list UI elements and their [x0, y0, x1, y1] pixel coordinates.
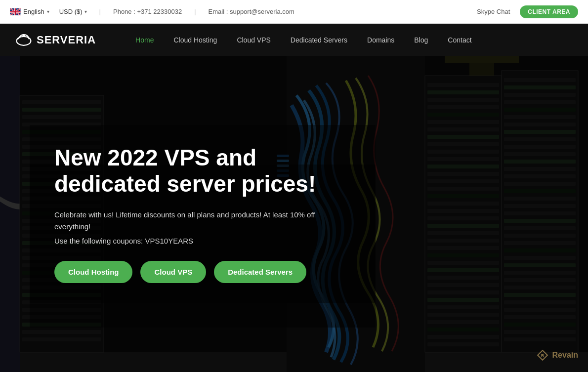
- logo-text: SERVERIA: [37, 34, 96, 46]
- svg-point-2: [22, 34, 25, 37]
- logo-icon: [15, 31, 33, 49]
- nav-link-cloud-hosting[interactable]: Cloud Hosting: [164, 24, 227, 56]
- nav-item-cloud-hosting[interactable]: Cloud Hosting: [164, 24, 227, 56]
- currency-dropdown-arrow: ▾: [84, 9, 87, 14]
- nav-item-blog[interactable]: Blog: [404, 24, 438, 56]
- email-info: Email : support@serveria.com: [209, 8, 294, 15]
- nav-link-home[interactable]: Home: [126, 24, 164, 56]
- hero-btn-cloud-vps[interactable]: Cloud VPS: [140, 261, 206, 283]
- currency-selector[interactable]: USD ($) ▾: [59, 8, 87, 15]
- nav-links: Home Cloud Hosting Cloud VPS Dedicated S…: [126, 24, 481, 56]
- nav-item-contact[interactable]: Contact: [438, 24, 481, 56]
- divider-2: |: [194, 8, 196, 15]
- nav-item-cloud-vps[interactable]: Cloud VPS: [227, 24, 280, 56]
- logo-link[interactable]: SERVERIA: [15, 31, 96, 49]
- svg-text:R: R: [541, 353, 544, 358]
- nav-link-blog[interactable]: Blog: [404, 24, 438, 56]
- currency-label: USD ($): [59, 8, 83, 15]
- flag-icon: [10, 8, 21, 15]
- nav-link-contact[interactable]: Contact: [438, 24, 481, 56]
- hero-section: 7: [0, 56, 588, 372]
- revain-watermark: R Revain: [536, 348, 578, 362]
- language-label: English: [23, 8, 44, 15]
- topbar: English ▾ USD ($) ▾ | Phone : +371 22330…: [0, 0, 588, 24]
- topbar-right: Skype Chat CLIENT AREA: [477, 5, 578, 18]
- skype-chat-link[interactable]: Skype Chat: [477, 8, 510, 15]
- nav-link-cloud-vps[interactable]: Cloud VPS: [227, 24, 280, 56]
- hero-title: New 2022 VPS and dedicated server prices…: [54, 145, 351, 197]
- divider-1: |: [99, 8, 101, 15]
- hero-buttons: Cloud Hosting Cloud VPS Dedicated Server…: [54, 261, 351, 283]
- nav-item-domains[interactable]: Domains: [357, 24, 404, 56]
- language-dropdown-arrow: ▾: [47, 9, 49, 14]
- hero-subtitle-1: Celebrate with us! Lifetime discounts on…: [54, 209, 351, 233]
- hero-content: New 2022 VPS and dedicated server prices…: [30, 125, 376, 303]
- nav-link-dedicated-servers[interactable]: Dedicated Servers: [281, 24, 357, 56]
- revain-text: Revain: [552, 351, 578, 360]
- topbar-left: English ▾ USD ($) ▾ | Phone : +371 22330…: [10, 8, 294, 15]
- hero-btn-dedicated-servers[interactable]: Dedicated Servers: [214, 261, 306, 283]
- nav-link-domains[interactable]: Domains: [357, 24, 404, 56]
- nav-item-home[interactable]: Home: [126, 24, 164, 56]
- phone-info: Phone : +371 22330032: [113, 8, 182, 15]
- revain-logo-icon: R: [536, 348, 549, 362]
- client-area-button[interactable]: CLIENT AREA: [520, 5, 578, 18]
- nav-item-dedicated-servers[interactable]: Dedicated Servers: [281, 24, 357, 56]
- language-selector[interactable]: English ▾: [10, 8, 49, 15]
- hero-btn-cloud-hosting[interactable]: Cloud Hosting: [54, 261, 132, 283]
- navbar: SERVERIA Home Cloud Hosting Cloud VPS De…: [0, 24, 588, 56]
- hero-coupon: Use the following coupons: VPS10YEARS: [54, 237, 351, 245]
